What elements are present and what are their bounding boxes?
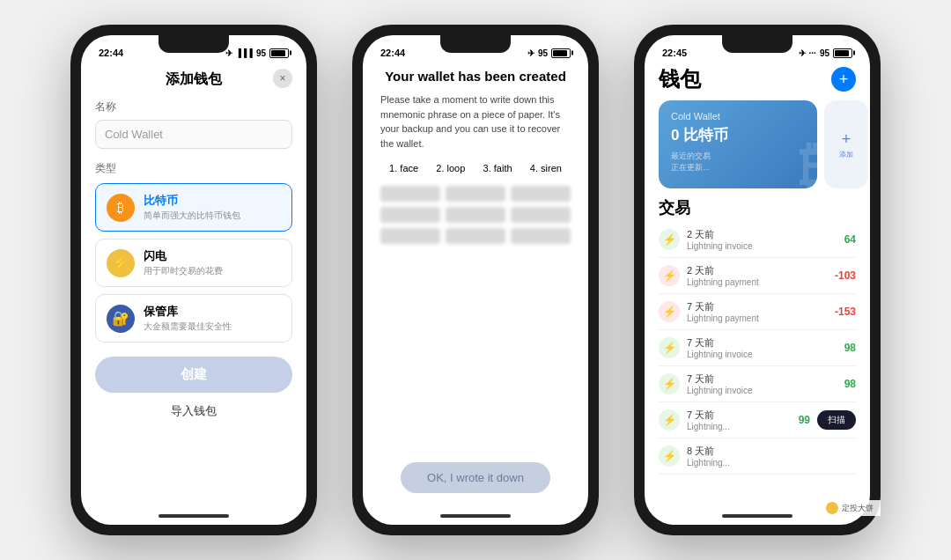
tx-time-3: 7 天前 [687, 300, 828, 313]
card-name: Cold Wallet [671, 111, 805, 122]
card-status-line1: 最近的交易 [671, 151, 805, 162]
notch-1 [158, 35, 229, 53]
wallet-created-title: Your wallet has been created [380, 69, 571, 84]
vault-type-name: 保管库 [144, 304, 281, 320]
wallet-header: 钱包 + [645, 62, 870, 100]
modal-title: 添加钱包 [166, 70, 222, 89]
card-status-line2: 正在更新... [671, 162, 805, 173]
name-label: 名称 [95, 99, 292, 114]
tx-icon-7: ⚡ [659, 446, 680, 467]
tx-info-6: 7 天前 Lightning... [687, 409, 792, 431]
lightning-icon: ⚡ [107, 249, 135, 277]
scan-button[interactable]: 扫描 [817, 410, 856, 430]
tx-info-1: 2 天前 Lightning invoice [687, 228, 837, 251]
tx-type-1: Lightning invoice [687, 241, 837, 251]
battery-icon-3 [833, 48, 852, 58]
mnemonic-row-2 [380, 207, 571, 223]
wallet-card-area: Cold Wallet 0 比特币 最近的交易 正在更新... + 添加 [645, 100, 870, 188]
mnemonic-w4: 4. siren [530, 163, 562, 173]
add-card-button[interactable]: + 添加 [824, 100, 868, 188]
tx-info-7: 8 天前 Lightning... [687, 445, 856, 468]
wallet-type-vault[interactable]: 🔐 保管库 大金额需要最佳安全性 [95, 294, 292, 343]
lightning-type-name: 闪电 [144, 248, 281, 264]
battery-label-2: 95 [538, 48, 548, 58]
ok-button[interactable]: OK, I wrote it down [401, 462, 550, 493]
tx-type-2: Lightning payment [687, 277, 828, 287]
tx-time-6: 7 天前 [687, 409, 792, 422]
lightning-type-info: 闪电 用于即时交易的花费 [144, 248, 281, 277]
lightning-type-desc: 用于即时交易的花费 [144, 265, 281, 277]
card-status: 最近的交易 正在更新... [671, 151, 805, 173]
tx-icon-3: ⚡ [659, 301, 680, 322]
close-button[interactable]: × [273, 69, 292, 88]
tx-type-3: Lightning payment [687, 313, 828, 323]
tx-amount-2: -103 [835, 269, 856, 282]
phone-1: 22:44 ✈ ▐▐▐ 95 添加钱包 × 名称 Cold Wallet 类型 … [70, 25, 317, 535]
wallet-heading: 钱包 [659, 65, 701, 93]
wallet-type-bitcoin[interactable]: ₿ 比特币 简单而强大的比特币钱包 [95, 183, 292, 232]
modal-header: 添加钱包 × [95, 62, 292, 99]
tx-amount-1: 64 [844, 233, 856, 246]
tx-type-5: Lightning invoice [687, 386, 837, 395]
transaction-list: ⚡ 2 天前 Lightning invoice 64 ⚡ 2 天前 Light… [645, 222, 870, 507]
bitcoin-icon: ₿ [107, 194, 135, 222]
tx-item-6: ⚡ 7 天前 Lightning... 99 扫描 [659, 402, 856, 438]
wallet-card-cold[interactable]: Cold Wallet 0 比特币 最近的交易 正在更新... [659, 100, 817, 188]
tx-icon-1: ⚡ [659, 229, 680, 250]
battery-icon-2 [551, 48, 571, 58]
tx-time-7: 8 天前 [687, 445, 856, 458]
home-indicator-1 [81, 507, 306, 525]
tx-item-7: ⚡ 8 天前 Lightning... [659, 438, 856, 475]
airplane-icon-1: ✈ [225, 48, 232, 58]
home-indicator-2 [363, 507, 588, 525]
mnemonic-row-3 [380, 228, 571, 244]
tx-info-5: 7 天前 Lightning invoice [687, 372, 837, 395]
vault-type-info: 保管库 大金额需要最佳安全性 [144, 304, 281, 333]
tx-item-2: ⚡ 2 天前 Lightning payment -103 [659, 258, 856, 294]
tx-item-1: ⚡ 2 天前 Lightning invoice 64 [659, 222, 856, 258]
tx-info-3: 7 天前 Lightning payment [687, 300, 828, 323]
transactions-heading: 交易 [645, 188, 870, 222]
tx-item-5: ⚡ 7 天前 Lightning invoice 98 [659, 366, 856, 402]
tx-time-2: 2 天前 [687, 264, 828, 277]
tx-amount-3: -153 [835, 306, 856, 318]
tx-time-5: 7 天前 [687, 372, 837, 386]
vault-type-desc: 大金额需要最佳安全性 [144, 321, 281, 333]
name-input[interactable]: Cold Wallet [95, 120, 292, 149]
add-wallet-button[interactable]: + [831, 67, 856, 92]
tx-item-4: ⚡ 7 天前 Lightning invoice 98 [659, 330, 856, 366]
airplane-icon-2: ✈ [527, 48, 534, 58]
tx-info-4: 7 天前 Lightning invoice [687, 336, 837, 359]
vault-icon: 🔐 [107, 305, 135, 333]
bitcoin-type-info: 比特币 简单而强大的比特币钱包 [144, 193, 281, 222]
tx-info-2: 2 天前 Lightning payment [687, 264, 828, 287]
battery-label-3: 95 [820, 48, 829, 58]
tx-icon-2: ⚡ [659, 265, 680, 286]
tx-item-3: ⚡ 7 天前 Lightning payment -153 [659, 294, 856, 330]
status-time-2: 22:44 [380, 48, 405, 58]
card-balance: 0 比特币 [671, 125, 805, 145]
bitcoin-type-desc: 简单而强大的比特币钱包 [144, 210, 281, 222]
tx-type-4: Lightning invoice [687, 350, 837, 359]
wallet-created-desc: Please take a moment to write down this … [380, 92, 571, 151]
tx-icon-5: ⚡ [659, 373, 680, 394]
wallet-type-lightning[interactable]: ⚡ 闪电 用于即时交易的花费 [95, 239, 292, 287]
tx-time-1: 2 天前 [687, 228, 837, 241]
notch-3 [722, 35, 792, 53]
mnemonic-w3: 3. faith [483, 163, 512, 173]
create-button[interactable]: 创建 [95, 357, 292, 393]
type-label: 类型 [95, 161, 292, 176]
import-link[interactable]: 导入钱包 [95, 400, 292, 423]
bitcoin-type-name: 比特币 [144, 193, 281, 209]
tx-amount-5: 98 [844, 378, 856, 390]
mnemonic-w1: 1. face [389, 163, 418, 173]
status-time-3: 22:45 [662, 48, 687, 58]
battery-icon-1 [269, 48, 289, 58]
signal-icon-1: ▐▐▐ [236, 48, 253, 57]
watermark: 定投大饼 [819, 500, 881, 516]
watermark-dot [826, 502, 838, 514]
dots-icon-3: ··· [809, 48, 816, 58]
tx-icon-4: ⚡ [659, 337, 680, 358]
mnemonic-row-1 [380, 186, 571, 202]
phone-3: 22:45 ✈ ··· 95 钱包 + Cold Wallet 0 比特 [634, 25, 881, 535]
